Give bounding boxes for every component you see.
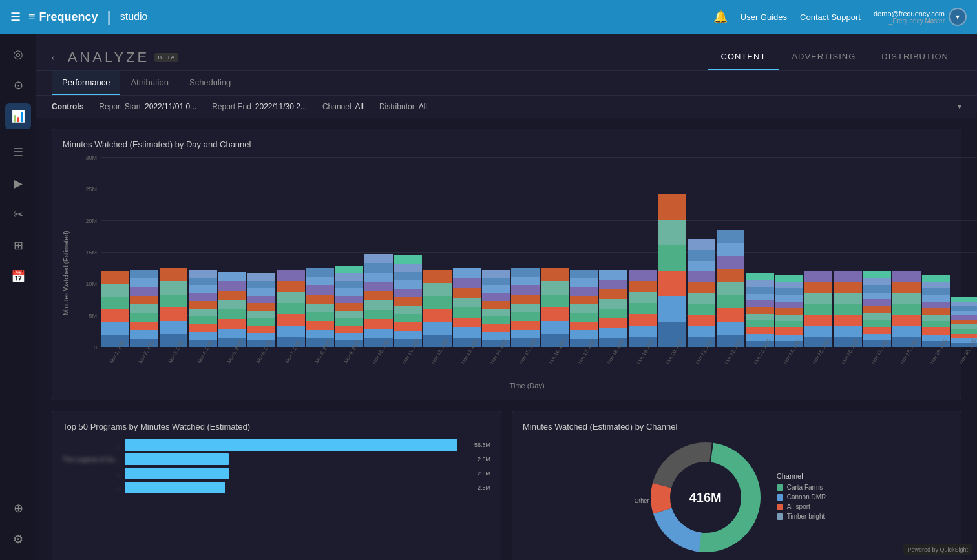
sidebar-item-tools[interactable]: ✂: [5, 202, 31, 227]
channel-value: All: [355, 102, 364, 111]
bar-segment: [541, 307, 569, 321]
donut-legend-item: All sport: [777, 503, 826, 510]
back-arrow-icon[interactable]: ‹: [52, 52, 58, 63]
user-guides-link[interactable]: User Guides: [741, 12, 787, 22]
subtab-attribution[interactable]: Attribution: [120, 71, 179, 95]
user-profile: demo@frequency.com _Frequency Master ▾: [874, 8, 967, 26]
hamburger-menu[interactable]: ☰: [10, 10, 21, 24]
bar-segment: [394, 264, 422, 272]
bar-segment: [160, 321, 187, 335]
app-subtitle: studio: [120, 11, 148, 23]
bar-segment: [482, 278, 510, 285]
report-end-control[interactable]: Report End 2022/11/30 2...: [212, 102, 307, 111]
bar-segment: [189, 332, 216, 340]
bar-segment: [775, 327, 803, 334]
h-bar-value: 2.5M: [478, 484, 490, 491]
bar-segment: [804, 315, 832, 326]
bar-segment: [688, 315, 715, 326]
bar-col-6: [277, 270, 304, 347]
bar-segment: [247, 326, 275, 333]
sidebar-item-integrations[interactable]: ⊕: [5, 495, 31, 521]
bar-segment: [364, 273, 392, 282]
bar-col-28: [922, 275, 950, 347]
donut-legend-dot: [777, 484, 783, 491]
bar-segment: [804, 282, 832, 293]
bar-segment: [746, 307, 773, 313]
bar-segment: [951, 324, 977, 329]
sidebar-item-analyze[interactable]: 📊: [5, 103, 31, 129]
bar-segment: [101, 297, 129, 310]
top-programs-title: Top 50 Programs by Minutes Watched (Esti…: [63, 422, 490, 431]
bar-segment: [688, 282, 715, 293]
sidebar-item-calendar[interactable]: 📅: [5, 264, 31, 289]
bar-segment: [570, 330, 598, 338]
sidebar-item-monitor[interactable]: ⊙: [5, 72, 31, 98]
report-start-label: Report Start: [99, 102, 141, 111]
bar-segment: [453, 327, 481, 337]
bar-segment: [306, 277, 334, 286]
bar-segment: [511, 268, 539, 277]
bar-segment: [130, 322, 158, 330]
bar-segment: [335, 288, 363, 295]
bar-segment: [570, 270, 598, 278]
subtab-performance[interactable]: Performance: [52, 71, 120, 95]
donut-legend-dot: [777, 504, 783, 510]
sidebar-item-list[interactable]: ☰: [5, 140, 31, 165]
donut-container: 416M Other Channel Carta FarmsCannon DMR…: [523, 439, 951, 555]
bar-segment: [189, 316, 216, 324]
tab-distribution[interactable]: DISTRIBUTION: [868, 44, 961, 70]
bar-segment: [922, 321, 950, 327]
bar-segment: [453, 307, 481, 317]
bar-segment: [658, 271, 686, 296]
bar-segment: [892, 304, 920, 315]
report-start-value: 2022/11/01 0...: [145, 102, 196, 111]
bar-segment: [746, 294, 773, 300]
bar-segment: [834, 315, 861, 326]
bar-segment: [482, 301, 510, 309]
contact-support-link[interactable]: Contact Support: [800, 12, 861, 22]
bar-segment: [423, 296, 451, 309]
sidebar-item-home[interactable]: ◎: [5, 41, 31, 67]
donut-legend-label: Carta Farms: [787, 484, 823, 491]
bar-segment: [863, 320, 891, 327]
tab-advertising[interactable]: ADVERTISING: [779, 44, 868, 70]
bar-segment: [804, 293, 832, 304]
bar-segment: [306, 285, 334, 295]
bar-segment: [482, 316, 510, 324]
bar-segment: [892, 326, 920, 337]
channel-control[interactable]: Channel All: [322, 102, 364, 111]
bar-segment: [218, 281, 246, 291]
bar-segment: [189, 278, 216, 285]
bar-segment: [130, 330, 158, 338]
bar-segment: [482, 332, 510, 340]
bar-segment: [629, 326, 657, 337]
report-start-control[interactable]: Report Start 2022/11/01 0...: [99, 102, 196, 111]
bar-segment: [364, 300, 392, 310]
distributor-control[interactable]: Distributor All: [379, 102, 427, 111]
bar-segment: [599, 299, 627, 309]
bar-segment: [453, 278, 481, 287]
main-content: ‹ ANALYZE BETA CONTENT ADVERTISING DISTR…: [36, 34, 977, 560]
bar-segment: [570, 278, 598, 287]
bar-segment: [804, 326, 832, 337]
sidebar-item-settings[interactable]: ⚙: [5, 526, 31, 552]
tab-content[interactable]: CONTENT: [708, 44, 779, 70]
bar-segment: [482, 293, 510, 301]
bar-segment: [834, 293, 861, 304]
bar-segment: [247, 296, 275, 303]
h-bar-value: 2.6M: [478, 470, 490, 477]
bar-segment: [364, 254, 392, 264]
bar-segment: [189, 309, 216, 316]
sidebar-item-play[interactable]: ▶: [5, 171, 31, 196]
bar-segment: [306, 295, 334, 304]
controls-expand-icon[interactable]: ▾: [958, 102, 961, 111]
subtab-scheduling[interactable]: Scheduling: [179, 71, 241, 95]
bar-col-14: [511, 268, 539, 347]
bar-segment: [746, 300, 773, 307]
sidebar-item-layers[interactable]: ⊞: [5, 233, 31, 258]
notification-bell-icon[interactable]: 🔔: [713, 10, 728, 24]
avatar[interactable]: ▾: [949, 8, 967, 26]
bar-segment: [863, 327, 891, 334]
bar-col-22: [746, 273, 773, 347]
bar-segment: [804, 271, 832, 282]
